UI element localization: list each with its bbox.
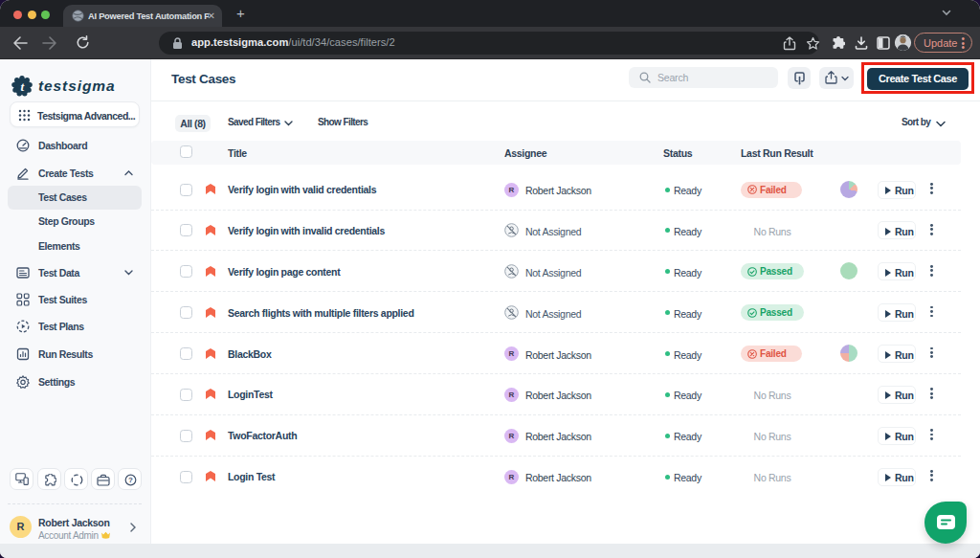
svg-text:?: ? (128, 476, 133, 484)
svg-text:t: t (20, 79, 24, 94)
